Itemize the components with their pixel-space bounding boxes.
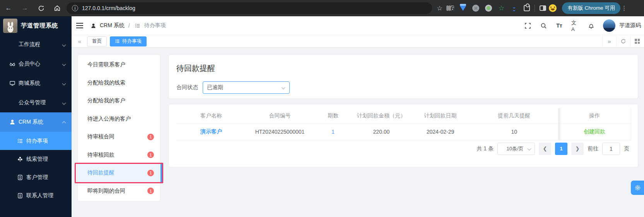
tabs-refresh-icon[interactable] <box>616 35 630 47</box>
page-number-button[interactable]: 1 <box>555 143 567 155</box>
extension-icon-double-chevron[interactable]: ⌄⌄ <box>510 4 518 12</box>
url-bar[interactable]: i 127.0.0.1/crm/backlog <box>67 2 432 14</box>
extension-icon-downloads[interactable]: 6 <box>446 4 454 12</box>
reload-icon[interactable] <box>37 4 45 12</box>
contract-no-cell: HT20240225000001 <box>246 124 314 140</box>
pagination: 共 1 条 10条/页 ❮ 1 ❯ 前往 页 <box>176 140 630 157</box>
page-size-select[interactable]: 10条/页 <box>497 143 535 155</box>
todo-item-contact-today[interactable]: 今日需联系客户 <box>78 56 160 74</box>
sidebar-item-clue-admin[interactable]: 线索管理 <box>0 150 72 168</box>
col-remind-days: 提前几天提醒 <box>470 108 558 124</box>
tabs-scroll-right-icon[interactable]: » <box>602 35 616 47</box>
search-icon[interactable] <box>540 22 547 29</box>
todo-item-expiring-contracts[interactable]: 即将到期的合同 1 <box>78 182 160 200</box>
todo-item-customers-assigned[interactable]: 分配给我的客户 <box>78 92 160 110</box>
sidebar-item-customer-admin[interactable]: 客户管理 <box>0 168 72 186</box>
todo-item-clues-assigned[interactable]: 分配给我的线索 <box>78 74 160 92</box>
side-panel-icon[interactable] <box>539 4 547 12</box>
breadcrumb-separator: / <box>128 22 130 29</box>
todo-item-receivable-reminder[interactable]: 待回款提醒 1 <box>78 164 160 182</box>
filter-card: 待回款提醒 合同状态 已逾期 <box>168 54 638 99</box>
username[interactable]: 芋道源码 <box>619 22 641 29</box>
col-actions: 操作 <box>558 108 631 124</box>
top-navbar: CRM 系统 / 待办事项 Tᴛ 文A 芋道源码 <box>72 16 644 35</box>
tab-home[interactable]: 首页 <box>87 36 107 46</box>
table-header-row: 客户名称 合同编号 期数 计划回款金额（元） 计划回款日期 提前几天提醒 操作 <box>176 108 631 124</box>
extensions-puzzle-icon[interactable] <box>523 4 531 12</box>
sidebar-item-workflow[interactable]: 工作流程 <box>0 35 72 54</box>
prev-page-button[interactable]: ❮ <box>539 143 551 155</box>
sidebar-item-crm-system[interactable]: CRM 系统 <box>0 112 72 132</box>
remind-days-cell: 10 <box>470 124 558 140</box>
next-page-button[interactable]: ❯ <box>571 143 584 155</box>
count-badge: 1 <box>147 170 154 176</box>
page-unit: 页 <box>624 145 629 152</box>
col-date: 计划回款日期 <box>410 108 470 124</box>
todo-list-icon <box>17 138 23 144</box>
extension-icon-gray-disc[interactable]: ⌘ <box>472 4 480 12</box>
back-icon[interactable]: ← <box>5 4 12 12</box>
collapse-menu-icon[interactable] <box>76 23 83 28</box>
todo-item-contracts-to-audit[interactable]: 待审核合同 1 <box>78 128 160 146</box>
customer-link[interactable]: 演示客户 <box>200 128 222 134</box>
site-info-icon[interactable]: i <box>72 5 78 11</box>
active-indicator-bar <box>161 164 162 182</box>
browser-menu-icon[interactable]: ⋮ <box>620 6 630 10</box>
table-card: 客户名称 合同编号 期数 计划回款金额（元） 计划回款日期 提前几天提醒 操作 … <box>168 104 638 167</box>
fullscreen-icon[interactable] <box>524 22 531 29</box>
app-sidebar: 芋道管理系统 工作流程 会员中心 商城系统 公众号管理 <box>0 16 72 217</box>
contact-book-icon <box>17 193 23 199</box>
tab-backlog[interactable]: 待办事项 <box>110 36 147 46</box>
forward-icon[interactable]: → <box>21 4 29 12</box>
goto-label: 前往 <box>588 145 598 152</box>
sidebar-item-member-center[interactable]: 会员中心 <box>0 54 72 74</box>
user-avatar[interactable] <box>603 19 615 32</box>
toolbar-divider <box>535 5 535 12</box>
chevron-down-icon <box>528 147 531 151</box>
content-area: 今日需联系客户 分配给我的线索 分配给我的客户 待进入公海的客户 待审核合同 1… <box>72 48 644 217</box>
sidebar-item-mp-admin[interactable]: 公众号管理 <box>0 93 72 112</box>
customer-book-icon <box>17 174 23 181</box>
extension-icon-gem[interactable] <box>459 4 467 12</box>
bookmark-star-icon[interactable]: ☆ <box>437 4 442 12</box>
col-periods: 期数 <box>314 108 352 124</box>
col-contract-no: 合同编号 <box>246 108 314 124</box>
periods-link[interactable]: 1 <box>331 129 335 135</box>
todo-item-receivables-to-audit[interactable]: 待审核回款 1 <box>78 146 160 164</box>
page-title: 待回款提醒 <box>176 63 630 74</box>
amount-cell: 220.00 <box>352 124 410 140</box>
breadcrumb: CRM 系统 / 待办事项 <box>89 22 166 29</box>
theme-settings-button[interactable] <box>631 181 644 195</box>
user-icon <box>9 119 15 125</box>
notification-bell-icon[interactable] <box>587 22 595 29</box>
col-amount: 计划回款金额（元） <box>352 108 410 124</box>
total-count: 共 1 条 <box>477 145 494 152</box>
contract-status-select[interactable]: 已逾期 <box>203 81 290 94</box>
tabs-scroll-left-icon[interactable]: « <box>75 38 84 45</box>
select-value: 已逾期 <box>207 84 282 91</box>
chevron-down-icon <box>62 81 66 85</box>
tags-view-bar: « 首页 待办事项 » <box>72 35 644 48</box>
browser-chrome: ← → i 127.0.0.1/crm/backlog ☆ 6 ⌘ ☆ ⌄⌄ 有… <box>0 0 644 16</box>
breadcrumb-section[interactable]: CRM 系统 <box>100 22 125 29</box>
chrome-update-button[interactable]: 有新版 Chrome 可用 <box>562 2 620 14</box>
todo-item-pool-customers[interactable]: 待进入公海的客户 <box>78 110 160 128</box>
extension-icon-green-disc[interactable] <box>485 4 492 12</box>
goto-page-input[interactable] <box>602 143 620 155</box>
breadcrumb-list-icon <box>134 22 142 29</box>
url-text: 127.0.0.1/crm/backlog <box>82 5 135 11</box>
app-logo-row[interactable]: 芋道管理系统 <box>0 16 72 35</box>
profile-avatar-icon[interactable] <box>549 4 557 12</box>
create-receivable-button[interactable]: 创建回款 <box>584 128 605 134</box>
font-size-icon[interactable]: Tᴛ <box>555 22 563 29</box>
extension-icon-green-star[interactable]: ☆ <box>497 4 505 12</box>
gear-icon <box>634 184 641 191</box>
locale-icon[interactable]: 文A <box>571 22 579 29</box>
sidebar-item-contact-admin[interactable]: 联系人管理 <box>0 186 72 205</box>
count-badge: 1 <box>147 134 154 140</box>
tabs-layout-icon[interactable] <box>630 35 644 47</box>
sidebar-item-mall-system[interactable]: 商城系统 <box>0 74 72 93</box>
home-icon[interactable] <box>53 4 61 12</box>
breadcrumb-user-icon <box>89 22 97 29</box>
sidebar-item-backlog[interactable]: 待办事项 <box>0 132 72 150</box>
